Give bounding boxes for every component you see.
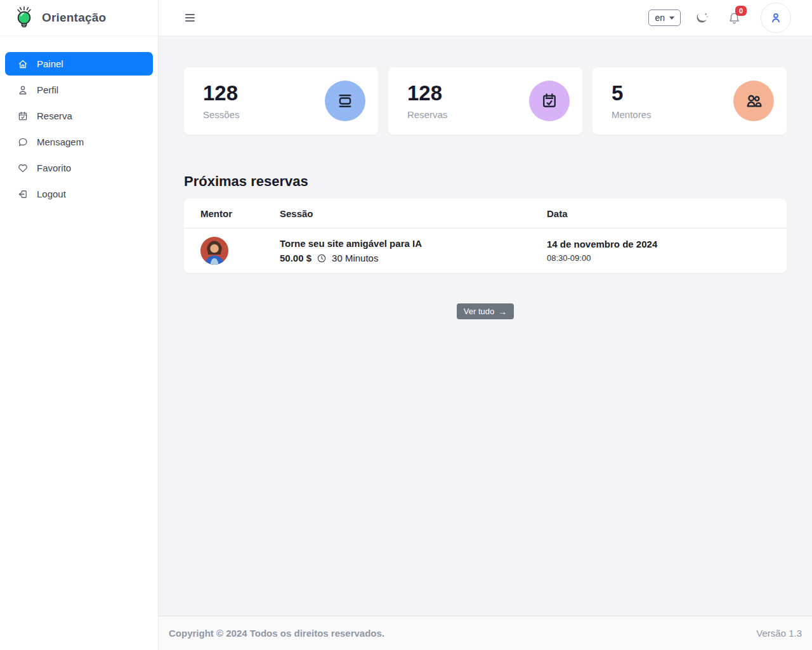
chevron-down-icon: [669, 17, 674, 20]
heart-icon: [17, 162, 29, 174]
hamburger-icon: [185, 14, 195, 15]
sidebar: Orientação Painel Perfil Reserva Mensage…: [0, 0, 159, 650]
moon-icon: [694, 10, 709, 25]
calendar-check-icon: [17, 110, 29, 122]
dashboard-content: 128 Sessões 128 Reservas 5 M: [159, 36, 812, 616]
top-header: en 0: [159, 0, 812, 36]
mentor-avatar: [200, 237, 228, 265]
reservations-count: 128: [407, 82, 447, 105]
bookings-table: Mentor Sessão Data: [184, 199, 787, 273]
version-text: Versão 1.3: [756, 628, 802, 639]
footer: Copyright © 2024 Todos os direitos reser…: [159, 616, 812, 650]
sidebar-item-mensagem[interactable]: Mensagem: [5, 130, 153, 154]
dark-mode-toggle[interactable]: [694, 10, 709, 25]
user-menu-button[interactable]: [761, 3, 791, 33]
view-all-button[interactable]: Ver tudo →: [457, 303, 514, 319]
sidebar-item-reserva[interactable]: Reserva: [5, 104, 153, 128]
view-all-label: Ver tudo: [464, 307, 494, 316]
stat-card-sessions: 128 Sessões: [184, 67, 378, 135]
session-duration: 30 Minutos: [332, 253, 378, 263]
home-icon: [17, 58, 29, 70]
booking-row[interactable]: Torne seu site amigável para IA 50.00 $ …: [184, 229, 787, 274]
copyright-text: Copyright © 2024 Todos os direitos reser…: [169, 628, 384, 639]
chat-icon: [17, 136, 29, 148]
stats-row: 128 Sessões 128 Reservas 5 M: [184, 67, 787, 135]
page-title: Próximas reservas: [184, 173, 787, 190]
session-price: 50.00 $: [280, 253, 311, 263]
notifications-button[interactable]: 0: [727, 11, 742, 25]
sidebar-item-favorito[interactable]: Favorito: [5, 156, 153, 180]
mentors-label: Mentores: [612, 109, 652, 120]
language-select[interactable]: en: [648, 10, 681, 26]
sidebar-toggle-button[interactable]: [184, 11, 196, 24]
stat-card-reservations: 128 Reservas: [388, 67, 582, 135]
sidebar-item-label: Logout: [37, 189, 66, 199]
sidebar-nav: Painel Perfil Reserva Mensagem Favorito: [0, 36, 158, 208]
sessions-count: 128: [203, 82, 240, 105]
person-icon: [769, 11, 783, 25]
sessions-label: Sessões: [203, 109, 240, 120]
lightbulb-logo-icon: [13, 5, 36, 30]
stat-card-mentors: 5 Mentores: [593, 67, 787, 135]
column-header-date: Data: [547, 199, 787, 229]
sidebar-item-label: Perfil: [37, 84, 58, 95]
sidebar-item-label: Painel: [37, 58, 63, 69]
mentors-count: 5: [612, 82, 652, 105]
booking-date: 14 de novembro de 2024: [547, 239, 787, 249]
clock-icon: [317, 253, 327, 263]
sidebar-item-label: Mensagem: [37, 136, 84, 147]
sidebar-item-label: Favorito: [37, 162, 71, 173]
sidebar-item-perfil[interactable]: Perfil: [5, 78, 153, 102]
brand: Orientação: [0, 0, 158, 36]
column-header-session: Sessão: [280, 199, 547, 229]
language-value: en: [655, 13, 665, 23]
sidebar-item-logout[interactable]: Logout: [5, 182, 153, 206]
booking-time: 08:30-09:00: [547, 253, 787, 263]
sidebar-item-painel[interactable]: Painel: [5, 52, 153, 76]
logout-icon: [17, 189, 29, 200]
calendar-check-icon: [529, 81, 570, 121]
reservations-label: Reservas: [407, 109, 447, 120]
session-title: Torne seu site amigável para IA: [280, 238, 547, 249]
brand-title: Orientação: [42, 11, 106, 25]
notification-count-badge: 0: [735, 6, 747, 16]
arrow-right-icon: →: [498, 307, 507, 316]
sidebar-item-label: Reserva: [37, 110, 72, 121]
sessions-icon: [325, 81, 365, 121]
users-icon: [733, 81, 774, 121]
user-icon: [17, 84, 29, 96]
column-header-mentor: Mentor: [184, 199, 280, 229]
